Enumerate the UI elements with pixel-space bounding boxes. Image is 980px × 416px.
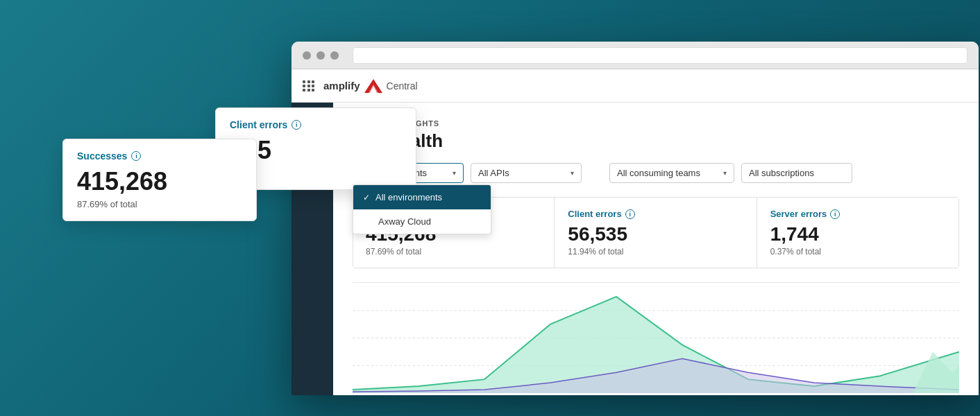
browser-window: amplify Central — [292, 42, 979, 395]
server-errors-value: 1,744 — [770, 223, 946, 245]
floating-client-errors-info-icon[interactable]: i — [292, 120, 301, 130]
subscriptions-filter-container: All subscriptions — [741, 163, 852, 183]
chart-area: 03 Aug 05:00 pm 17 Aug 05:00 pm 31 Aug 0… — [353, 282, 959, 393]
check-icon: ✓ — [363, 193, 370, 202]
floating-successes-percent: 87.69% of total — [77, 199, 242, 209]
successes-percent: 87.69% of total — [366, 247, 541, 257]
server-errors-percent: 0.37% of total — [770, 247, 946, 257]
subscriptions-dropdown[interactable]: All subscriptions — [741, 163, 852, 183]
section-label: BUSINESS INSIGHTS — [353, 119, 959, 128]
consuming-teams-filter-container: All consuming teams ▾ — [609, 163, 734, 183]
consuming-teams-dropdown[interactable]: All consuming teams ▾ — [609, 163, 734, 183]
top-nav: amplify Central — [292, 69, 979, 103]
amplify-logo-icon — [364, 79, 382, 93]
apis-dropdown[interactable]: All APIs ▾ — [471, 163, 582, 183]
address-bar[interactable] — [353, 47, 968, 64]
page-title: API Health — [353, 130, 959, 152]
client-errors-label: Client errors i — [568, 209, 743, 219]
app-logo: amplify Central — [323, 79, 418, 93]
browser-dot-green — [330, 51, 339, 60]
client-errors-percent: 11.94% of total — [568, 247, 743, 257]
apis-label: All APIs — [478, 168, 509, 178]
server-errors-info-icon[interactable]: i — [830, 209, 840, 219]
apis-chevron-icon: ▾ — [571, 169, 574, 177]
filters-row: All environments ▾ ✓ All environments — [353, 163, 959, 183]
brand-central: Central — [387, 80, 418, 92]
environments-chevron-icon: ▾ — [453, 169, 456, 177]
consuming-teams-chevron-icon: ▾ — [723, 169, 727, 177]
dropdown-option-all-environments: All environments — [375, 192, 442, 202]
app-name: amplify — [323, 80, 360, 92]
consuming-teams-label: All consuming teams — [617, 168, 700, 178]
dropdown-item-axway-cloud[interactable]: Axway Cloud — [353, 209, 491, 234]
floating-successes-label: Successes i — [77, 150, 242, 162]
stat-card-client-errors: Client errors i 56,535 11.94% of total — [555, 198, 757, 268]
client-errors-value: 56,535 — [568, 223, 743, 245]
stat-card-server-errors: Server errors i 1,744 0.37% of total — [758, 198, 958, 268]
client-errors-info-icon[interactable]: i — [625, 209, 635, 219]
dropdown-item-all-environments[interactable]: ✓ All environments — [353, 185, 491, 209]
environments-dropdown-menu: ✓ All environments Axway Cloud — [353, 184, 491, 234]
floating-client-errors-label: Client errors i — [230, 119, 402, 130]
browser-chrome — [292, 42, 979, 69]
page-content: BUSINESS INSIGHTS API Health All environ… — [333, 103, 979, 395]
subscriptions-label: All subscriptions — [749, 168, 814, 178]
floating-card-successes: Successes i 415,268 87.69% of total — [62, 139, 257, 221]
server-errors-label: Server errors i — [770, 209, 946, 219]
chart-svg — [353, 283, 959, 393]
floating-successes-info-icon[interactable]: i — [131, 151, 141, 161]
browser-dot-yellow — [316, 51, 325, 60]
dropdown-option-axway-cloud: Axway Cloud — [378, 216, 431, 227]
floating-successes-value: 415,268 — [77, 167, 242, 196]
grid-icon[interactable] — [303, 80, 315, 92]
apis-filter-container: All APIs ▾ — [471, 163, 582, 183]
browser-dot-red — [303, 51, 311, 60]
